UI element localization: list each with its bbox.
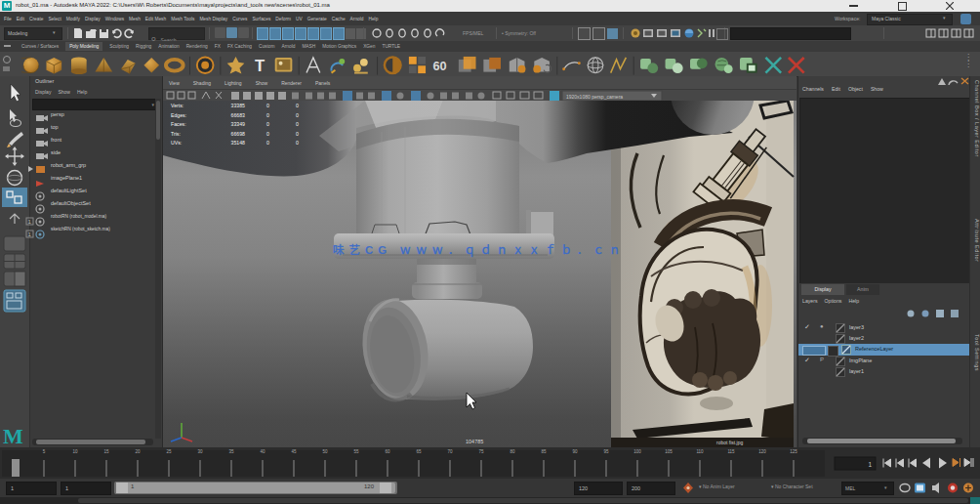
svg-text:robot fist.jpg: robot fist.jpg bbox=[716, 440, 743, 445]
svg-text:60: 60 bbox=[432, 58, 446, 72]
svg-text:1920x1080 persp_camera: 1920x1080 persp_camera bbox=[566, 94, 623, 100]
svg-text:1: 1 bbox=[28, 219, 32, 225]
svg-text:104785: 104785 bbox=[466, 439, 483, 444]
svg-text:T: T bbox=[255, 56, 265, 74]
svg-text:1: 1 bbox=[868, 461, 872, 468]
svg-text:1: 1 bbox=[28, 231, 32, 237]
